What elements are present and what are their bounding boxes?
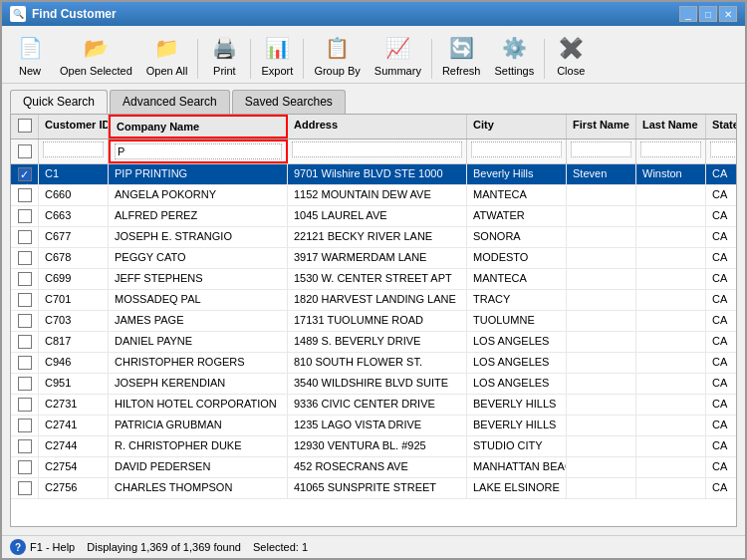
row-company-name: PEGGY CATO [109,248,288,268]
table-row[interactable]: C678 PEGGY CATO 3917 WARMERDAM LANE MODE… [11,248,736,269]
row-checkbox[interactable] [18,251,32,265]
th-state[interactable]: State [706,115,737,139]
row-checkbox-cell[interactable] [11,311,39,331]
help-text: F1 - Help [30,541,75,553]
row-checkbox-cell[interactable]: ✓ [11,164,39,184]
row-address: 1489 S. BEVERLY DRIVE [288,332,467,352]
print-button[interactable]: 🖨️ Print [202,30,246,79]
export-button[interactable]: 📊 Export [255,30,299,79]
new-label: New [19,65,41,77]
row-checkbox-cell[interactable] [11,374,39,394]
row-checkbox-cell[interactable] [11,395,39,415]
th-last-name[interactable]: Last Name [636,115,706,139]
table-row[interactable]: C2741 PATRICIA GRUBMAN 1235 LAGO VISTA D… [11,416,736,436]
tab-advanced-search[interactable]: Advanced Search [110,90,230,114]
row-company-name: MOSSADEQ PAL [109,290,288,310]
table-row[interactable]: C663 ALFRED PEREZ 1045 LAUREL AVE ATWATE… [11,206,736,227]
filter-address-input[interactable] [292,141,462,157]
table-row[interactable]: C2744 R. CHRISTOPHER DUKE 12930 VENTURA … [11,436,736,457]
th-company-name[interactable]: Company Name [109,115,288,139]
row-checkbox-cell[interactable] [11,248,39,268]
close-toolbar-button[interactable]: ✖️ Close [549,30,593,79]
row-checkbox-cell[interactable] [11,436,39,456]
row-city: TRACY [467,290,567,310]
row-address: 3540 WILDSHIRE BLVD SUITE [288,374,467,394]
row-address: 1152 MOUNTAIN DEW AVE [288,185,467,205]
row-checkbox-cell[interactable] [11,457,39,477]
table-row[interactable]: C817 DANIEL PAYNE 1489 S. BEVERLY DRIVE … [11,332,736,353]
open-all-button[interactable]: 📁 Open All [140,30,194,79]
filter-customer-id-input[interactable] [43,141,104,157]
row-checkbox-cell[interactable] [11,206,39,226]
filter-checkbox[interactable] [18,144,32,158]
row-checkbox[interactable] [18,481,32,495]
table-row[interactable]: C660 ANGELA POKORNY 1152 MOUNTAIN DEW AV… [11,185,736,206]
new-button[interactable]: 📄 New [8,30,52,79]
row-customer-id: C951 [39,374,109,394]
row-checkbox-cell[interactable] [11,332,39,352]
row-checkbox-cell[interactable] [11,227,39,247]
row-customer-id: C678 [39,248,109,268]
table-row[interactable]: C2731 HILTON HOTEL CORPORATION 9336 CIVI… [11,395,736,416]
row-checkbox-cell[interactable] [11,353,39,373]
row-city: SONORA [467,227,567,247]
header-checkbox[interactable] [18,119,32,133]
row-checkbox[interactable] [18,460,32,474]
filter-city-input[interactable] [471,141,562,157]
close-button[interactable]: ✕ [719,6,737,22]
row-checkbox[interactable] [18,356,32,370]
row-checkbox[interactable] [18,398,32,412]
tab-saved-searches[interactable]: Saved Searches [232,90,346,114]
summary-button[interactable]: 📈 Summary [369,30,427,79]
th-first-name[interactable]: First Name [567,115,636,139]
th-customer-id[interactable]: Customer ID [39,115,109,139]
row-checkbox-cell[interactable] [11,290,39,310]
table-row[interactable]: C703 JAMES PAGE 17131 TUOLUMNE ROAD TUOL… [11,311,736,332]
table-row[interactable]: C677 JOSEPH E. STRANGIO 22121 BECKY RIVE… [11,227,736,248]
row-checkbox[interactable] [18,272,32,286]
table-body[interactable]: ✓ C1 PIP PRINTING 9701 Wilshire BLVD STE… [11,164,736,526]
group-by-button[interactable]: 📋 Group By [308,30,366,79]
row-checkbox-cell[interactable] [11,478,39,498]
table-row[interactable]: C946 CHRISTOPHER ROGERS 810 SOUTH FLOWER… [11,353,736,374]
table-row[interactable]: ✓ C1 PIP PRINTING 9701 Wilshire BLVD STE… [11,164,736,185]
table-row[interactable]: C699 JEFF STEPHENS 1530 W. CENTER STREET… [11,269,736,290]
table-row[interactable]: C701 MOSSADEQ PAL 1820 HARVEST LANDING L… [11,290,736,311]
row-company-name: JAMES PAGE [109,311,288,331]
row-checkbox-cell[interactable] [11,185,39,205]
row-checkbox[interactable] [18,230,32,244]
row-checkbox[interactable] [18,419,32,432]
table-row[interactable]: C951 JOSEPH KERENDIAN 3540 WILDSHIRE BLV… [11,374,736,395]
filter-first-name-input[interactable] [571,141,631,157]
table-header: Customer ID Company Name Address City Fi… [11,115,736,140]
th-city[interactable]: City [467,115,567,139]
refresh-label: Refresh [442,65,481,77]
tab-quick-search[interactable]: Quick Search [10,90,108,114]
row-checkbox[interactable] [18,439,32,453]
row-checkbox[interactable] [18,335,32,349]
row-checkbox[interactable] [18,377,32,391]
row-checkbox[interactable] [18,188,32,202]
refresh-button[interactable]: 🔄 Refresh [436,30,487,79]
row-checkbox[interactable]: ✓ [18,167,32,181]
row-address: 22121 BECKY RIVER LANE [288,227,467,247]
maximize-button[interactable]: □ [699,6,717,22]
filter-last-name-input[interactable] [640,141,701,157]
table-row[interactable]: C2756 CHARLES THOMPSON 41065 SUNSPRITE S… [11,478,736,499]
open-selected-button[interactable]: 📂 Open Selected [54,30,138,79]
row-address: 12930 VENTURA BL. #925 [288,436,467,456]
minimize-button[interactable]: _ [679,6,697,22]
filter-company-name-input[interactable] [115,143,282,159]
settings-button[interactable]: ⚙️ Settings [488,30,540,79]
table-row[interactable]: C2754 DAVID PEDERSEN 452 ROSECRANS AVE M… [11,457,736,478]
row-checkbox[interactable] [18,209,32,223]
row-checkbox[interactable] [18,293,32,307]
th-checkbox[interactable] [11,115,39,139]
row-checkbox[interactable] [18,314,32,328]
toolbar-separator-4 [431,39,432,79]
row-last-name [636,248,706,268]
row-checkbox-cell[interactable] [11,416,39,435]
row-checkbox-cell[interactable] [11,269,39,289]
filter-state-input[interactable] [710,141,737,157]
th-address[interactable]: Address [288,115,467,139]
